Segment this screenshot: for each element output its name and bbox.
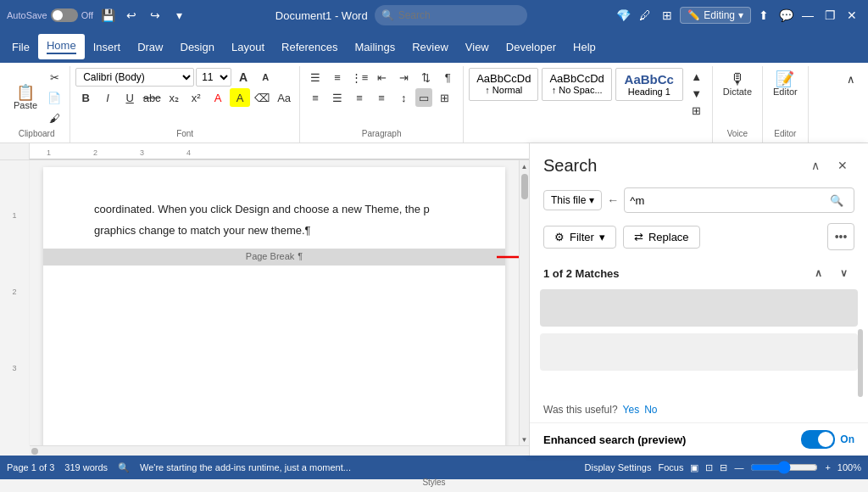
- dictate-button[interactable]: 🎙 Dictate: [718, 68, 757, 100]
- comments-icon[interactable]: 💬: [776, 6, 795, 25]
- menu-insert[interactable]: Insert: [85, 36, 130, 59]
- h-scroll-thumb[interactable]: [31, 448, 38, 455]
- scroll-thumb[interactable]: [521, 174, 528, 199]
- menu-draw[interactable]: Draw: [129, 36, 171, 59]
- editor-button[interactable]: 📝 Editor: [768, 68, 803, 100]
- restore-btn[interactable]: ❐: [821, 6, 839, 25]
- zoom-level[interactable]: 100%: [837, 462, 861, 472]
- zoom-in-icon[interactable]: +: [825, 462, 830, 472]
- scroll-down-arrow[interactable]: ▼: [520, 433, 530, 445]
- highlight-button[interactable]: A: [230, 88, 250, 107]
- strikethrough-button[interactable]: abc: [142, 88, 162, 107]
- style-normal[interactable]: AaBbCcDd ↑ Normal: [469, 68, 538, 101]
- subscript-button[interactable]: x₂: [164, 88, 184, 107]
- minimize-btn[interactable]: —: [798, 6, 817, 25]
- search-input[interactable]: [630, 194, 825, 207]
- yes-link[interactable]: Yes: [623, 404, 640, 416]
- sort-button[interactable]: ⇅: [415, 68, 436, 87]
- menu-references[interactable]: References: [273, 36, 346, 59]
- styles-expand[interactable]: ⊞: [687, 102, 707, 119]
- redo-icon[interactable]: ↪: [146, 6, 164, 25]
- decrease-indent-button[interactable]: ⇤: [371, 68, 392, 87]
- show-marks-button[interactable]: ¶: [437, 68, 458, 87]
- search-go-button[interactable]: 🔍: [825, 188, 849, 212]
- grid-icon[interactable]: ⊞: [658, 6, 676, 25]
- customize-icon[interactable]: ▾: [170, 6, 188, 25]
- justify-button[interactable]: ≡: [371, 88, 392, 107]
- font-color-button[interactable]: A: [208, 88, 228, 107]
- scroll-up-arrow[interactable]: ▲: [520, 160, 530, 172]
- style-heading1[interactable]: AaBbCc Heading 1: [615, 68, 683, 101]
- view-web-icon[interactable]: ⊟: [720, 462, 727, 473]
- superscript-button[interactable]: x²: [186, 88, 206, 107]
- align-right-button[interactable]: ≡: [349, 88, 370, 107]
- copy-button[interactable]: 📄: [44, 88, 64, 107]
- no-link[interactable]: No: [644, 404, 657, 416]
- style-nospace[interactable]: AaBbCcDd ↑ No Spac...: [542, 68, 611, 101]
- menu-review[interactable]: Review: [403, 36, 457, 59]
- view-normal-icon[interactable]: ▣: [690, 462, 698, 473]
- panel-collapse-btn[interactable]: ∧: [804, 154, 827, 177]
- align-center-button[interactable]: ☰: [327, 88, 348, 107]
- increase-indent-button[interactable]: ⇥: [393, 68, 414, 87]
- horizontal-scrollbar[interactable]: [30, 445, 529, 456]
- align-left-button[interactable]: ≡: [305, 88, 326, 107]
- bullets-button[interactable]: ☰: [305, 68, 326, 87]
- title-search-input[interactable]: [375, 5, 527, 25]
- filter-button[interactable]: ⚙ Filter ▾: [543, 226, 616, 249]
- format-painter-button[interactable]: 🖌: [44, 109, 64, 127]
- underline-button[interactable]: U: [120, 88, 140, 107]
- cut-button[interactable]: ✂: [44, 68, 64, 87]
- menu-layout[interactable]: Layout: [223, 36, 273, 59]
- increase-font-button[interactable]: A: [233, 68, 253, 87]
- menu-help[interactable]: Help: [565, 36, 604, 59]
- styles-scroll-up[interactable]: ▲: [687, 68, 707, 85]
- focus-btn[interactable]: Focus: [658, 462, 683, 472]
- clear-format-button[interactable]: ⌫: [252, 88, 272, 107]
- menu-developer[interactable]: Developer: [498, 36, 565, 59]
- share-icon[interactable]: ⬆: [754, 6, 773, 25]
- italic-button[interactable]: I: [97, 88, 118, 107]
- document-page[interactable]: coordinated. When you click Design and c…: [43, 167, 505, 445]
- prev-match-btn[interactable]: ∧: [807, 262, 829, 284]
- result-item-2[interactable]: [540, 333, 858, 371]
- bold-button[interactable]: B: [75, 88, 96, 107]
- display-settings[interactable]: Display Settings: [585, 462, 652, 472]
- results-scrollbar[interactable]: [858, 329, 865, 397]
- borders-button[interactable]: ⊞: [434, 88, 454, 107]
- vertical-scrollbar[interactable]: ▲ ▼: [519, 160, 529, 445]
- line-spacing-button[interactable]: ↕: [393, 88, 414, 107]
- menu-design[interactable]: Design: [172, 36, 223, 59]
- zoom-out-icon[interactable]: —: [734, 462, 743, 472]
- font-change-case-button[interactable]: Aa: [274, 88, 294, 107]
- font-size-select[interactable]: 11: [196, 68, 231, 87]
- ribbon-collapse-btn[interactable]: ∧: [841, 70, 861, 88]
- replace-button[interactable]: ⇄ Replace: [623, 226, 700, 249]
- numbering-button[interactable]: ≡: [327, 68, 348, 87]
- styles-scroll-down[interactable]: ▼: [687, 85, 707, 102]
- decrease-font-button[interactable]: A: [255, 68, 275, 87]
- scope-button[interactable]: This file ▾: [543, 190, 602, 210]
- menu-view[interactable]: View: [457, 36, 498, 59]
- panel-close-btn[interactable]: ✕: [831, 154, 854, 177]
- result-item-1[interactable]: [540, 289, 858, 327]
- next-match-btn[interactable]: ∨: [832, 262, 854, 284]
- shading-button[interactable]: ▭: [415, 88, 432, 107]
- undo-icon[interactable]: ↩: [122, 6, 141, 25]
- pen-icon[interactable]: 🖊: [636, 6, 654, 25]
- close-btn[interactable]: ✕: [843, 6, 861, 25]
- back-arrow-btn[interactable]: ←: [607, 193, 619, 207]
- results-scroll-thumb[interactable]: [858, 329, 863, 397]
- menu-mailings[interactable]: Mailings: [347, 36, 404, 59]
- zoom-slider[interactable]: [750, 461, 818, 474]
- enhanced-toggle[interactable]: [801, 430, 835, 449]
- font-family-select[interactable]: Calibri (Body): [75, 68, 194, 87]
- paste-button[interactable]: 📋 Paste: [8, 81, 42, 114]
- menu-home[interactable]: Home: [38, 34, 85, 59]
- diamond-icon[interactable]: 💎: [614, 6, 632, 25]
- save-icon[interactable]: 💾: [98, 6, 117, 25]
- multilevel-button[interactable]: ⋮≡: [349, 68, 370, 87]
- menu-file[interactable]: File: [3, 36, 38, 59]
- view-print-icon[interactable]: ⊡: [705, 462, 713, 473]
- more-options-button[interactable]: •••: [827, 223, 854, 250]
